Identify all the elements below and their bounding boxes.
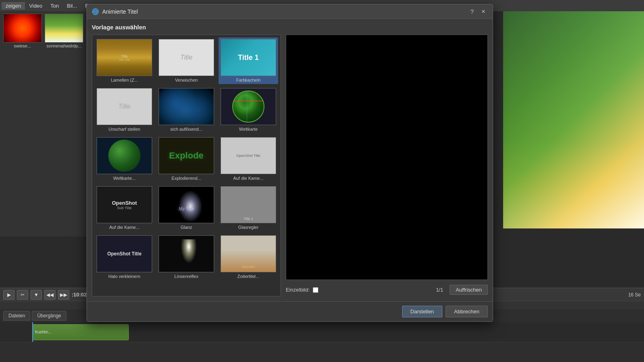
template-lamellen[interactable]: Title Sub Title Lamellen (Z... [95,37,154,84]
thumb-halo: OpenShot Title [97,235,152,272]
einzelbild-label: Einzelbild: [286,287,310,293]
section-title: Vorlage auswählen [92,24,488,31]
dialog-content: Title Sub Title Lamellen (Z... [92,35,488,296]
dialog-overlay: Animierte Titel ? × Vorlage auswählen [0,0,644,362]
template-panel: Title Sub Title Lamellen (Z... [92,35,281,296]
dialog-body: Vorlage auswählen Title [87,19,493,301]
thumb-aufloesend [159,88,214,125]
template-linsenreflex[interactable]: Linsenreflex [157,234,216,280]
label-glasregler: Glasregler [238,225,259,230]
thumb-unscharf: Title [97,88,152,125]
thumb-farbkacheln: Title 1 [221,39,276,76]
dialog-titlebar: Animierte Titel ? × [87,4,493,19]
label-linsenreflex: Linsenreflex [174,274,198,279]
dialog-close-button[interactable]: × [479,7,488,16]
einzelbild-checkbox[interactable] [313,287,318,293]
template-weltkarte2[interactable]: Weltkarte... [95,136,154,182]
frame-counter: 1/1 [436,287,443,293]
template-farbkacheln[interactable]: Title 1 Farbkacheln [219,37,278,84]
dialog-icon [92,8,99,15]
preview-controls: Einzelbild: 1/1 Auffrischen [286,283,488,296]
thumb-explodierend: Explode [159,137,214,174]
auffrischen-button[interactable]: Auffrischen [450,285,488,295]
thumb-weltkarte1 [221,88,276,125]
thumb-auf-kame1: OpenShot Title [221,137,276,174]
template-auf-kame2[interactable]: OpenShot Sub Tlde Auf die Kame... [95,185,154,231]
label-explodierend: Explodierend... [171,176,201,181]
animierte-titel-dialog: Animierte Titel ? × Vorlage auswählen [87,4,493,322]
thumb-verwischen: Title [159,39,214,76]
thumb-glasregler: Title 1 [221,186,276,223]
thumb-lamellen: Title Sub Title [97,39,152,76]
template-aufloesend[interactable]: sich auflösend... [157,86,216,133]
template-glanz[interactable]: My Title Glanz [157,185,216,231]
dialog-help-button[interactable]: ? [468,7,477,16]
label-weltkarte1: Weltkarte [239,127,258,132]
template-explodierend[interactable]: Explode Explodierend... [157,136,216,182]
label-zoom: Zoitertitel... [237,274,259,279]
template-grid: Title Sub Title Lamellen (Z... [95,37,278,280]
template-verwischen[interactable]: Title Verwischen [157,37,216,84]
dialog-footer: Darstellen Abbrechen [87,301,493,321]
label-lamellen: Lamellen (Z... [111,78,138,82]
dialog-title: Animierte Titel [102,8,468,15]
thumb-linsenreflex [159,235,214,272]
thumb-auf-kame2: OpenShot Sub Tlde [97,186,152,223]
darstellen-button[interactable]: Darstellen [402,306,443,317]
preview-video [286,35,488,280]
label-unscharf: Unscharf stellen [109,127,140,132]
thumb-glanz: My Title [159,186,214,223]
label-aufloesend: sich auflösend... [170,127,202,132]
label-weltkarte2: Weltkarte... [113,176,135,181]
template-grid-container[interactable]: Title Sub Title Lamellen (Z... [92,35,281,296]
label-halo: Halo verkleinern [108,274,140,279]
thumb-zoom: Zoitertitel [221,235,276,272]
label-farbkacheln: Farbkacheln [236,78,261,82]
abbrechen-button[interactable]: Abbrechen [446,306,488,317]
template-glasregler[interactable]: Title 1 Glasregler [219,185,278,231]
template-unscharf[interactable]: Title Unscharf stellen [95,86,154,133]
preview-panel: Einzelbild: 1/1 Auffrischen [286,35,488,296]
template-weltkarte1[interactable]: Weltkarte [219,86,278,133]
label-auf-kame1: Auf die Kame... [233,176,263,181]
label-auf-kame2: Auf die Kame... [109,225,139,230]
template-auf-kame1[interactable]: OpenShot Title Auf die Kame... [219,136,278,182]
thumb-weltkarte2 [97,137,152,174]
label-glanz: Glanz [181,225,192,230]
label-verwischen: Verwischen [175,78,198,82]
template-halo[interactable]: OpenShot Title Halo verkleinern [95,234,154,280]
template-zoom[interactable]: Zoitertitel Zoitertitel... [219,234,278,280]
